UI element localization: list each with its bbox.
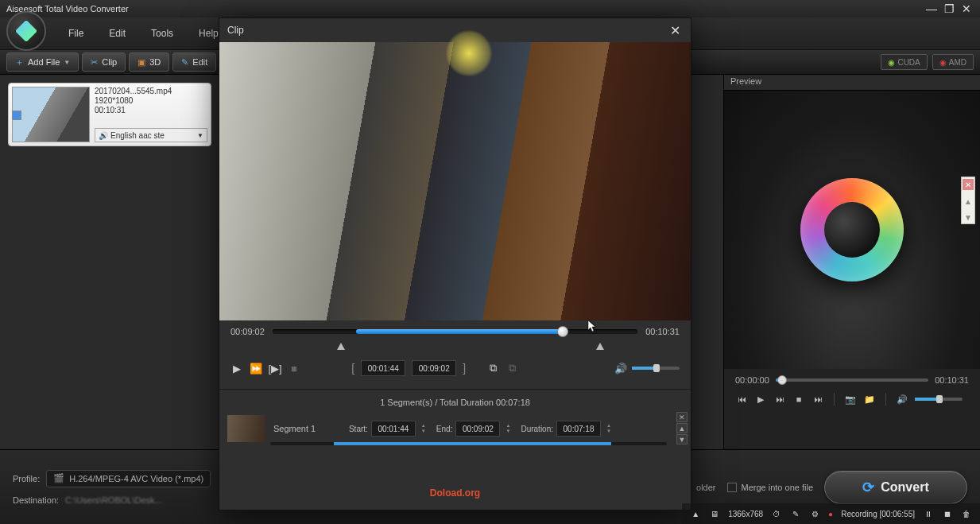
file-resolution: 1920*1080 <box>95 96 207 105</box>
clip-button[interactable]: ✂Clip <box>82 52 126 72</box>
tray-edit-icon[interactable]: ✎ <box>790 508 801 519</box>
snapshot-button[interactable]: 📷 <box>844 393 857 406</box>
seg-down-button[interactable]: ▼ <box>676 434 688 444</box>
clip-stop-button[interactable]: ■ <box>288 362 300 375</box>
open-folder[interactable]: older <box>696 483 715 492</box>
in-marker[interactable] <box>337 343 345 350</box>
maximize-button[interactable]: ❐ <box>942 2 956 16</box>
app-title: Aiseesoft Total Video Converter <box>6 4 921 14</box>
tray-stop-icon[interactable]: ⏹ <box>942 508 953 519</box>
system-tray: ▲ 🖥 1366x768 ⏱ ✎ ⚙ ● Recording [00:06:55… <box>682 503 980 524</box>
aperture-logo <box>800 178 904 281</box>
tray-up-icon[interactable]: ▲ <box>690 508 701 519</box>
merge-checkbox[interactable] <box>727 483 737 492</box>
audio-track-dropdown[interactable]: 🔊English aac ste▼ <box>95 128 207 142</box>
edit-button[interactable]: ✎Edit <box>172 52 216 72</box>
clip-dialog: Clip ✕ 00:09:02 00:10:31 ▶ ⏩ [▶] ■ [ 00:… <box>219 17 691 510</box>
merge-label: Merge into one file <box>742 483 814 492</box>
segment-row[interactable]: Segment 1 Start:00:01:44▲▼ End:00:09:02▲… <box>219 410 691 447</box>
tray-trash-icon[interactable]: 🗑 <box>961 508 972 519</box>
file-thumbnail <box>12 87 90 142</box>
segment-thumbnail <box>227 415 265 442</box>
preview-total: 00:10:31 <box>935 375 969 385</box>
scroll-close-icon[interactable]: ✕ <box>963 179 974 190</box>
clip-loop-button[interactable]: [▶] <box>269 362 281 375</box>
folder-button[interactable]: 📁 <box>863 393 876 406</box>
3d-button[interactable]: ▣3D <box>129 52 169 72</box>
watermark-text: Doload.org <box>430 487 480 499</box>
destination-label: Destination: <box>13 495 59 505</box>
preview-time: 00:00:00 <box>735 375 769 385</box>
dialog-close-button[interactable]: ✕ <box>667 22 683 38</box>
dur-spinner[interactable]: ▲▼ <box>604 421 614 436</box>
cuda-badge: ◉CUDA <box>881 54 927 70</box>
tray-settings-icon[interactable]: ⚙ <box>809 508 820 519</box>
out-time[interactable]: 00:09:02 <box>412 360 456 376</box>
bracket-out-icon[interactable]: ] <box>463 362 466 375</box>
profile-field[interactable]: 🎬H.264/MPEG-4 AVC Video (*.mp4) <box>46 470 211 487</box>
tray-monitor-icon[interactable]: 🖥 <box>709 508 720 519</box>
seg-duration[interactable]: 00:07:18 <box>556 421 601 437</box>
convert-button[interactable]: ⟳Convert <box>824 471 967 504</box>
clip-volume-icon[interactable]: 🔊 <box>614 362 627 375</box>
clip-seek-slider[interactable] <box>273 329 637 334</box>
clip-play-button[interactable]: ▶ <box>230 362 243 375</box>
add-file-button[interactable]: ＋Add File▼ <box>6 52 79 72</box>
amd-badge: ◉AMD <box>932 54 974 70</box>
seg-start[interactable]: 00:01:44 <box>371 421 416 437</box>
segment-summary: 1 Segment(s) / Total Duration 00:07:18 <box>219 394 691 410</box>
seg-delete-button[interactable]: ✕ <box>676 412 688 422</box>
tray-pause-icon[interactable]: ⏸ <box>923 508 934 519</box>
prev-button[interactable]: ⏮ <box>735 393 748 406</box>
preview-canvas <box>724 91 980 369</box>
clip-total: 00:10:31 <box>645 327 680 336</box>
preview-title: Preview <box>724 75 980 91</box>
fwd-button[interactable]: ⏭ <box>773 393 786 406</box>
tray-clock-icon[interactable]: ⏱ <box>771 508 782 519</box>
tray-resolution: 1366x768 <box>728 510 763 518</box>
bracket-in-icon[interactable]: [ <box>351 362 354 375</box>
menu-edit[interactable]: Edit <box>96 23 138 44</box>
app-logo <box>6 11 46 51</box>
titlebar: Aiseesoft Total Video Converter ― ❐ ✕ <box>0 0 980 17</box>
clip-video-frame <box>219 42 691 320</box>
profile-label: Profile: <box>13 474 40 483</box>
start-spinner[interactable]: ▲▼ <box>419 421 428 436</box>
seg-end[interactable]: 00:09:02 <box>455 421 500 437</box>
out-marker[interactable] <box>596 343 604 350</box>
dialog-title: Clip <box>227 25 244 36</box>
preview-controls: 00:00:00 00:10:31 ⏮ ▶ ⏭ ■ ⏭ 📷 📁 🔊 <box>724 369 980 448</box>
segment-range <box>270 442 667 445</box>
seg-up-button[interactable]: ▲ <box>676 423 688 433</box>
destination-value: C:\Users\ROBOL\Desk... <box>65 495 162 505</box>
file-item[interactable]: 20170204...5545.mp4 1920*1080 00:10:31 🔊… <box>8 83 211 146</box>
close-button[interactable]: ✕ <box>959 2 974 16</box>
clip-position: 00:09:02 <box>230 327 265 336</box>
clip-fwd-button[interactable]: ⏩ <box>250 362 262 375</box>
split-button[interactable]: ⧉ <box>486 362 499 375</box>
tray-recording: Recording [00:06:55] <box>841 510 915 518</box>
next-button[interactable]: ⏭ <box>812 393 824 406</box>
file-name: 20170204...5545.mp4 <box>95 87 207 95</box>
end-spinner[interactable]: ▲▼ <box>503 421 513 436</box>
file-info: 20170204...5545.mp4 1920*1080 00:10:31 🔊… <box>95 87 207 142</box>
in-time[interactable]: 00:01:44 <box>361 360 405 376</box>
join-button[interactable]: ⧉ <box>505 362 518 375</box>
menu-file[interactable]: File <box>56 23 96 44</box>
stop-button[interactable]: ■ <box>792 393 805 406</box>
segment-name: Segment 1 <box>273 424 316 433</box>
preview-volume[interactable] <box>915 398 963 401</box>
play-button[interactable]: ▶ <box>754 393 767 406</box>
preview-panel: Preview 00:00:00 00:10:31 ⏮ ▶ ⏭ ■ ⏭ 📷 📁 … <box>723 75 980 449</box>
menu-tools[interactable]: Tools <box>138 23 186 44</box>
file-checkbox[interactable] <box>12 111 21 120</box>
scroll-widget[interactable]: ✕ ▲▼ <box>961 177 975 224</box>
volume-icon[interactable]: 🔊 <box>896 393 908 406</box>
clip-volume-slider[interactable] <box>632 367 680 370</box>
file-duration: 00:10:31 <box>95 106 207 115</box>
preview-seek[interactable] <box>776 378 928 382</box>
minimize-button[interactable]: ― <box>924 2 939 16</box>
